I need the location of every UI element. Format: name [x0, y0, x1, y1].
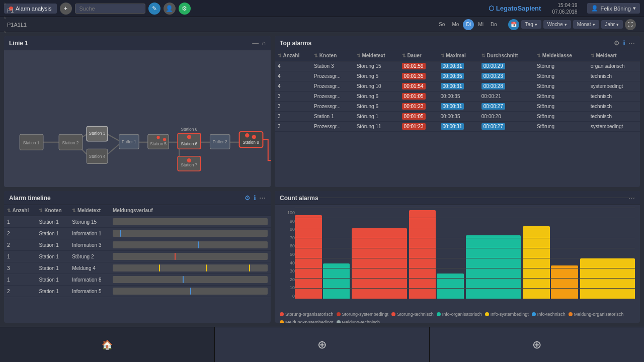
- cell-meldeklasse: Störung: [534, 122, 588, 132]
- timeline-marker: [159, 264, 160, 272]
- add-button-2[interactable]: ⊕: [430, 327, 644, 362]
- tl-anzahl: 2: [4, 239, 36, 251]
- cell-meldeart: technisch: [588, 102, 640, 112]
- tl-meldetext: Meldung 4: [69, 262, 110, 274]
- legend-item: Info-organisatorisch: [437, 312, 482, 317]
- col-meldeart[interactable]: ⇅ Meldeart: [588, 50, 640, 61]
- legend-label: Störung-systembedingt: [342, 312, 389, 317]
- chevron-down-icon: ▾: [633, 5, 636, 12]
- day-btn-di[interactable]: Di: [463, 19, 474, 30]
- timeline-bar: [113, 288, 268, 295]
- day-btn-do[interactable]: Do: [488, 19, 500, 30]
- tl-col-knoten[interactable]: ⇅ Knoten: [36, 205, 69, 216]
- minimize-icon[interactable]: —: [252, 39, 259, 47]
- legend-label: Info-technisch: [537, 312, 566, 317]
- top-alarms-actions: ⚙ ℹ ⋯: [614, 39, 635, 47]
- date-nav: SoMoDiMiDo 📅 Tag▾Woche▾Monat▾Jahr▾ ⛶: [436, 19, 640, 30]
- table-row: 1 Station 1 Störung 2: [4, 251, 271, 262]
- bc-arrow-2: ›: [4, 29, 6, 35]
- cell-dauer: 00:01:54: [399, 81, 438, 92]
- cell-knoten: Prozessgr...: [311, 122, 354, 132]
- tl-knoten: Station 1: [36, 239, 69, 251]
- legend-item: Störung-technisch: [391, 312, 434, 317]
- timeline-bar: [113, 230, 268, 237]
- legend-dot: [280, 320, 284, 323]
- legend-label: Störung-organisatorisch: [285, 312, 334, 317]
- bar[interactable]: [580, 258, 635, 299]
- user-button[interactable]: 👤 Felix Böning ▾: [587, 3, 640, 14]
- tl-anzahl: 3: [4, 262, 36, 274]
- col-maximal[interactable]: ⇅ Maximal: [438, 50, 478, 61]
- cell-dauer: 00:01:05: [399, 92, 438, 102]
- cell-knoten: Prozessgr...: [311, 71, 354, 81]
- fullscreen-button[interactable]: ⛶: [625, 19, 636, 30]
- user-icon-button[interactable]: 👤: [164, 3, 176, 15]
- y-label: 10: [280, 285, 295, 290]
- cell-meldeklasse: Störung: [534, 61, 588, 71]
- col-knoten[interactable]: ⇅ Knoten: [311, 50, 354, 61]
- period-btn-tag[interactable]: Tag▾: [521, 20, 541, 29]
- edit-button[interactable]: ✎: [148, 3, 160, 15]
- tl-anzahl: 1: [4, 251, 36, 262]
- col-anzahl[interactable]: ⇅ Anzahl: [275, 50, 311, 61]
- today-button[interactable]: 📅: [508, 19, 519, 30]
- day-btn-so[interactable]: So: [436, 19, 448, 30]
- home-button[interactable]: 🏠: [0, 327, 215, 362]
- top-alarms-panel: Top alarms ⚙ ℹ ⋯ ⇅ Anzahl ⇅ Knoten ⇅ Mel…: [275, 36, 640, 187]
- cell-anzahl: 3: [275, 122, 311, 132]
- grid-line: [295, 248, 635, 248]
- cell-knoten: Prozessgr...: [311, 81, 354, 92]
- svg-text:Puffer 2: Puffer 2: [213, 139, 227, 144]
- tl-col-anzahl[interactable]: ⇅ Anzahl: [4, 205, 36, 216]
- table-row: 4 Station 3 Störung 15 00:01:59 00:00:31…: [275, 61, 640, 71]
- cell-meldetext: Störung 6: [354, 102, 399, 112]
- cell-meldetext: Störung 15: [354, 61, 399, 71]
- timeline-bar: [113, 241, 268, 248]
- bar[interactable]: [551, 265, 578, 299]
- col-meldetext[interactable]: ⇅ Meldetext: [354, 50, 399, 61]
- bc-item-0[interactable]: YC: [4, 0, 48, 1]
- svg-text:Station 4: Station 4: [89, 154, 106, 159]
- more-icon-timeline[interactable]: ⋯: [259, 194, 266, 202]
- period-btn-jahr[interactable]: Jahr▾: [601, 20, 623, 29]
- alarm-timeline-header: Alarm timeline ⚙ ℹ ⋯: [4, 191, 271, 205]
- day-buttons: SoMoDiMiDo: [436, 19, 500, 30]
- cell-maximal: 00:00:35: [438, 112, 478, 122]
- info-icon[interactable]: ℹ: [623, 39, 625, 47]
- bar[interactable]: [437, 274, 464, 299]
- tl-col-meldetext[interactable]: ⇅ Meldetext: [69, 205, 110, 216]
- count-alarms-panel: Count alarms ⋯ 0102030405060708090100 St…: [275, 191, 640, 323]
- expand-icon[interactable]: ⌂: [262, 39, 266, 47]
- y-label: 100: [280, 210, 295, 215]
- y-label: 70: [280, 235, 295, 240]
- info-icon-timeline[interactable]: ℹ: [254, 194, 256, 202]
- legend-dot: [485, 312, 489, 316]
- bar[interactable]: [409, 210, 436, 299]
- day-btn-mo[interactable]: Mo: [449, 19, 462, 30]
- cell-maximal: 00:00:31: [438, 122, 478, 132]
- filter-icon[interactable]: ⚙: [614, 39, 620, 47]
- more-icon[interactable]: ⋯: [628, 39, 635, 47]
- bc-item-2[interactable]: P1A1L1: [4, 21, 48, 29]
- cell-anzahl: 3: [275, 92, 311, 102]
- bar[interactable]: [466, 235, 521, 299]
- bar[interactable]: [323, 263, 350, 299]
- svg-point-34: [245, 133, 249, 137]
- col-meldeklasse[interactable]: ⇅ Meldeklasse: [534, 50, 588, 61]
- settings-button[interactable]: ⚙: [179, 3, 191, 15]
- period-buttons: Tag▾Woche▾Monat▾Jahr▾: [521, 20, 623, 29]
- svg-text:Station 5: Station 5: [150, 141, 167, 146]
- add-button-1[interactable]: ⊕: [215, 327, 430, 362]
- cell-durchschnitt: 00:00:27: [478, 122, 534, 132]
- filter-icon-timeline[interactable]: ⚙: [245, 194, 251, 202]
- day-btn-mi[interactable]: Mi: [475, 19, 487, 30]
- col-dauer[interactable]: ⇅ Dauer: [399, 50, 438, 61]
- period-btn-monat[interactable]: Monat▾: [573, 20, 599, 29]
- svg-point-35: [252, 135, 256, 139]
- search-input[interactable]: [75, 4, 145, 14]
- add-icon-1: ⊕: [317, 338, 327, 351]
- tab-add-button[interactable]: +: [60, 3, 72, 15]
- period-btn-woche[interactable]: Woche▾: [543, 20, 571, 29]
- col-durchschnitt[interactable]: ⇅ Durchschnitt: [478, 50, 534, 61]
- bc-item-1[interactable]: P1: [4, 7, 48, 15]
